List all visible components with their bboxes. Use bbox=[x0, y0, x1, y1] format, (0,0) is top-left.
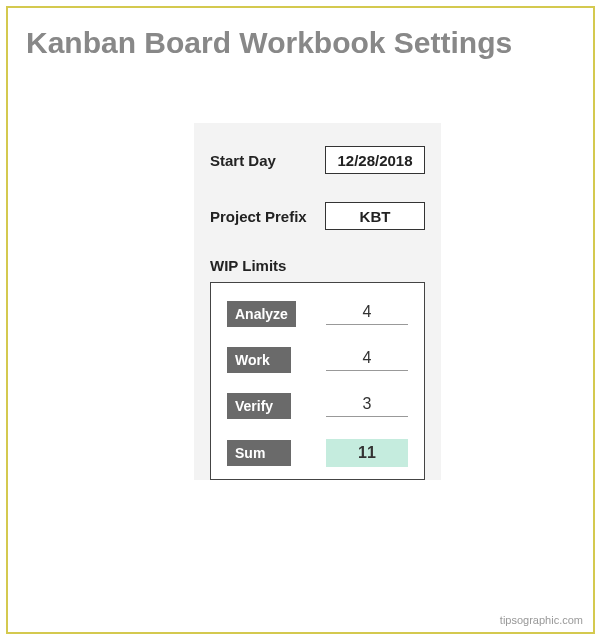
wip-tag-verify: Verify bbox=[227, 393, 291, 419]
settings-panel: Start Day Project Prefix WIP Limits Anal… bbox=[194, 123, 441, 480]
page-title: Kanban Board Workbook Settings bbox=[8, 8, 593, 60]
wip-row-work: Work 4 bbox=[227, 347, 408, 373]
project-prefix-input[interactable] bbox=[325, 202, 425, 230]
outer-frame: Kanban Board Workbook Settings Start Day… bbox=[6, 6, 595, 634]
wip-row-sum: Sum 11 bbox=[227, 439, 408, 467]
wip-limits-box: Analyze 4 Work 4 Verify 3 Sum 11 bbox=[210, 282, 425, 480]
wip-value-verify[interactable]: 3 bbox=[326, 395, 408, 417]
wip-tag-sum: Sum bbox=[227, 440, 291, 466]
wip-value-sum: 11 bbox=[326, 439, 408, 467]
footer-credit: tipsographic.com bbox=[500, 614, 583, 626]
wip-row-analyze: Analyze 4 bbox=[227, 301, 408, 327]
wip-row-verify: Verify 3 bbox=[227, 393, 408, 419]
wip-value-analyze[interactable]: 4 bbox=[326, 303, 408, 325]
project-prefix-row: Project Prefix bbox=[210, 201, 425, 231]
wip-value-work[interactable]: 4 bbox=[326, 349, 408, 371]
start-day-input[interactable] bbox=[325, 146, 425, 174]
project-prefix-label: Project Prefix bbox=[210, 208, 307, 225]
wip-tag-analyze: Analyze bbox=[227, 301, 296, 327]
start-day-row: Start Day bbox=[210, 145, 425, 175]
start-day-label: Start Day bbox=[210, 152, 276, 169]
wip-limits-label: WIP Limits bbox=[210, 257, 425, 274]
wip-tag-work: Work bbox=[227, 347, 291, 373]
